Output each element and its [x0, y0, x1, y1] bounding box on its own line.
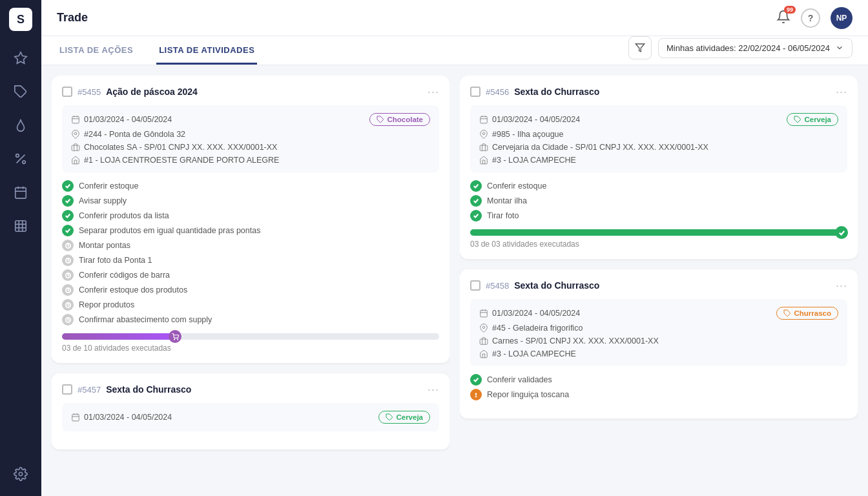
svg-point-4: [23, 161, 26, 164]
card-5457-checkbox[interactable]: [62, 384, 72, 395]
card-5455-info: 01/03/2024 - 04/05/2024 Chocolate #244 -…: [62, 105, 439, 172]
task-item: Tirar foto: [470, 210, 847, 222]
sidebar-item-calendar[interactable]: [6, 178, 35, 207]
card-5456-progress: 03 de 03 atividades executadas: [470, 229, 847, 249]
task-item: Separar produtos em igual quantidade pra…: [62, 225, 439, 236]
svg-point-51: [476, 397, 477, 397]
task-done-icon: [62, 180, 74, 192]
svg-point-48: [482, 326, 485, 329]
card-5455: #5455 Ação de páscoa 2024 ··· 01/03/2024…: [52, 76, 450, 363]
card-5455-more[interactable]: ···: [428, 86, 439, 98]
card-5458-number: #5458: [486, 281, 509, 291]
task-item: Conferir códigos de barra: [62, 269, 439, 281]
header: Trade 99 ? NP: [41, 0, 868, 36]
task-pending-icon: [62, 240, 74, 251]
task-item: Repor produtos: [62, 299, 439, 311]
card-5456-header: #5456 Sexta do Churrasco ···: [470, 86, 847, 98]
card-5457-title-row: #5457 Sexta do Churrasco: [62, 384, 191, 395]
svg-line-2: [17, 155, 25, 163]
progress-fill: [62, 333, 175, 340]
task-item: Montar pontas: [62, 240, 439, 251]
progress-icon-green: [835, 226, 848, 239]
date-range-select[interactable]: Minhas atividades: 22/02/2024 - 06/05/20…: [658, 38, 852, 58]
card-5457-header: #5457 Sexta do Churrasco ···: [62, 384, 439, 395]
sidebar-item-fire[interactable]: [6, 111, 35, 140]
card-5456-checkbox[interactable]: [470, 87, 480, 97]
sidebar-item-settings[interactable]: [6, 460, 35, 488]
card-5458-location-row: #45 - Geladeira frigorifico: [479, 324, 838, 333]
card-5455-header: #5455 Ação de páscoa 2024 ···: [62, 86, 439, 98]
card-5455-location-row: #244 - Ponta de Gôndola 32: [71, 130, 430, 139]
help-button[interactable]: ?: [801, 8, 820, 28]
tab-lista-atividades[interactable]: LISTA DE ATIVIDADES: [156, 36, 257, 65]
svg-point-29: [174, 339, 174, 340]
progress-fill-green: [470, 229, 847, 236]
date-range-label: Minhas atividades: 22/02/2024 - 06/05/20…: [666, 43, 830, 53]
app-logo[interactable]: S: [9, 8, 32, 31]
card-5456-tag: Cerveja: [787, 113, 838, 126]
tabs-right: Minhas atividades: 22/02/2024 - 06/05/20…: [628, 36, 852, 65]
task-warning-icon: [470, 389, 482, 400]
card-5455-number: #5455: [78, 87, 101, 97]
card-5455-store-row: #1 - LOJA CENTROESTE GRANDE PORTO ALEGRE: [71, 156, 430, 165]
task-item: Conferir estoque dos produtos: [62, 284, 439, 296]
task-item: Conferir estoque: [470, 180, 847, 192]
avatar[interactable]: NP: [831, 7, 852, 29]
card-5458-name: Sexta do Churrasco: [514, 280, 599, 291]
card-5458-header: #5458 Sexta do Churrasco ···: [470, 280, 847, 291]
card-5456-supplier: Cervejaria da Cidade - SP/01 CNPJ XX. XX…: [479, 143, 708, 152]
svg-rect-5: [16, 188, 26, 199]
progress-bar-wrap: [62, 333, 439, 340]
card-5456-more[interactable]: ···: [836, 86, 847, 98]
card-5458-more[interactable]: ···: [836, 280, 847, 291]
notifications-badge: 99: [784, 6, 796, 14]
task-done-icon: [470, 180, 482, 192]
sidebar-item-percent[interactable]: [6, 145, 35, 173]
task-pending-icon: [62, 254, 74, 266]
card-5457-date: 01/03/2024 - 04/05/2024: [71, 413, 172, 422]
card-5456-number: #5456: [486, 87, 509, 97]
card-5457: #5457 Sexta do Churrasco ··· 01/03/2024 …: [52, 373, 450, 450]
card-5456-info: 01/03/2024 - 04/05/2024 Cerveja #985 - I…: [470, 105, 847, 172]
svg-point-30: [177, 339, 178, 340]
task-item: Repor linguiça toscana: [470, 389, 847, 400]
card-5456-location-row: #985 - Ilha açougue: [479, 130, 838, 139]
tab-lista-acoes[interactable]: LISTA DE AÇÕES: [57, 36, 136, 65]
svg-rect-42: [480, 145, 488, 150]
app-title: Trade: [57, 11, 88, 25]
tabs-bar: LISTA DE AÇÕES LISTA DE ATIVIDADES Minha…: [41, 36, 868, 65]
card-5458-date-row: 01/03/2024 - 04/05/2024 Churrasco: [479, 307, 838, 320]
card-5456-location: #985 - Ilha açougue: [479, 130, 564, 139]
card-5455-date: 01/03/2024 - 04/05/2024: [71, 115, 172, 124]
svg-point-3: [16, 154, 19, 158]
card-5458-checkbox[interactable]: [470, 280, 480, 291]
card-5457-more[interactable]: ···: [428, 384, 439, 395]
filter-button[interactable]: [628, 36, 652, 59]
card-5455-store: #1 - LOJA CENTROESTE GRANDE PORTO ALEGRE: [71, 156, 279, 165]
task-pending-icon: [62, 269, 74, 281]
sidebar-item-table[interactable]: [6, 212, 35, 240]
card-5458-store-row: #3 - LOJA CAMPECHE: [479, 349, 838, 358]
task-item: Tirar foto da Ponta 1: [62, 254, 439, 266]
tabs-left: LISTA DE AÇÕES LISTA DE ATIVIDADES: [57, 36, 257, 65]
card-5458-location: #45 - Geladeira frigorifico: [479, 324, 583, 333]
sidebar-item-tag[interactable]: [6, 78, 35, 106]
task-pending-icon: [62, 314, 74, 326]
card-5458: #5458 Sexta do Churrasco ··· 01/03/2024 …: [460, 269, 858, 418]
progress-icon: [169, 330, 181, 343]
svg-point-14: [19, 472, 23, 476]
progress-bar-wrap: [470, 229, 847, 236]
card-5455-progress: 03 de 10 atividades executadas: [62, 333, 439, 353]
task-pending-icon: [62, 284, 74, 296]
left-column: #5455 Ação de páscoa 2024 ··· 01/03/2024…: [52, 76, 450, 486]
svg-marker-0: [15, 52, 26, 63]
svg-rect-22: [72, 145, 79, 150]
card-5456: #5456 Sexta do Churrasco ··· 01/03/2024 …: [460, 76, 858, 259]
notifications-button[interactable]: 99: [776, 10, 790, 26]
card-5455-checkbox[interactable]: [62, 87, 72, 97]
svg-rect-43: [480, 310, 488, 317]
task-item: Conferir estoque: [62, 180, 439, 192]
sidebar-item-star[interactable]: [6, 44, 35, 72]
task-item: Conferir validades: [470, 374, 847, 386]
card-5456-date: 01/03/2024 - 04/05/2024: [479, 115, 580, 124]
